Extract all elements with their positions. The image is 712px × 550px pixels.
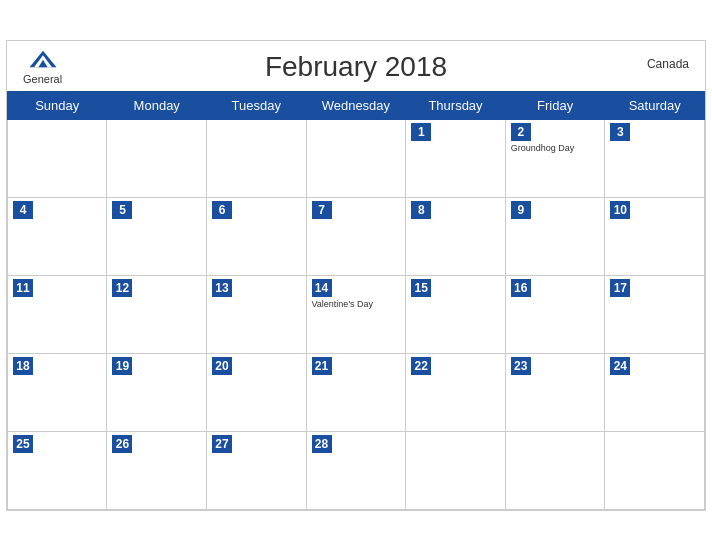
calendar-week-row: 18192021222324 (8, 353, 705, 431)
calendar-week-row: 11121314Valentine's Day151617 (8, 275, 705, 353)
day-number: 5 (112, 201, 132, 219)
calendar-cell (206, 119, 306, 197)
calendar-week-row: 45678910 (8, 197, 705, 275)
holiday-label: Groundhog Day (511, 143, 600, 154)
calendar-cell (605, 431, 705, 509)
logo-blue-text: Blue (28, 89, 56, 104)
calendar-cell: 21 (306, 353, 406, 431)
calendar-cell: 19 (107, 353, 207, 431)
day-number: 22 (411, 357, 431, 375)
calendar-cell: 8 (406, 197, 506, 275)
calendar-week-row: 12Groundhog Day3 (8, 119, 705, 197)
day-number: 24 (610, 357, 630, 375)
calendar-cell: 16 (505, 275, 605, 353)
day-number: 7 (312, 201, 332, 219)
calendar-cell: 11 (8, 275, 107, 353)
day-number: 2 (511, 123, 531, 141)
header-thursday: Thursday (406, 91, 506, 119)
holiday-label: Valentine's Day (312, 299, 401, 310)
day-number: 10 (610, 201, 630, 219)
calendar-cell (505, 431, 605, 509)
day-number: 19 (112, 357, 132, 375)
calendar-cell: 17 (605, 275, 705, 353)
day-number: 17 (610, 279, 630, 297)
day-number: 21 (312, 357, 332, 375)
calendar-cell: 3 (605, 119, 705, 197)
calendar-cell: 9 (505, 197, 605, 275)
calendar-cell: 6 (206, 197, 306, 275)
calendar-cell: 14Valentine's Day (306, 275, 406, 353)
logo-general-text: General (23, 73, 62, 85)
calendar-cell (406, 431, 506, 509)
day-number: 3 (610, 123, 630, 141)
calendar-cell: 18 (8, 353, 107, 431)
day-number: 11 (13, 279, 33, 297)
day-number: 6 (212, 201, 232, 219)
calendar-header: General Blue February 2018 Canada (7, 41, 705, 91)
day-number: 20 (212, 357, 232, 375)
day-number: 14 (312, 279, 332, 297)
calendar-container: General Blue February 2018 Canada Sunday… (6, 40, 706, 511)
day-number: 16 (511, 279, 531, 297)
day-number: 1 (411, 123, 431, 141)
day-number: 27 (212, 435, 232, 453)
logo-area: General Blue (23, 49, 62, 105)
calendar-week-row: 25262728 (8, 431, 705, 509)
day-number: 18 (13, 357, 33, 375)
calendar-cell: 15 (406, 275, 506, 353)
weekday-header-row: Sunday Monday Tuesday Wednesday Thursday… (8, 91, 705, 119)
calendar-cell: 7 (306, 197, 406, 275)
calendar-cell: 2Groundhog Day (505, 119, 605, 197)
calendar-cell: 20 (206, 353, 306, 431)
header-monday: Monday (107, 91, 207, 119)
calendar-cell: 24 (605, 353, 705, 431)
calendar-cell: 5 (107, 197, 207, 275)
header-wednesday: Wednesday (306, 91, 406, 119)
calendar-cell: 25 (8, 431, 107, 509)
day-number: 15 (411, 279, 431, 297)
calendar-cell: 22 (406, 353, 506, 431)
calendar-cell: 12 (107, 275, 207, 353)
calendar-cell: 26 (107, 431, 207, 509)
logo-icon (28, 49, 58, 69)
calendar-grid: Sunday Monday Tuesday Wednesday Thursday… (7, 91, 705, 510)
calendar-title: February 2018 (265, 51, 447, 83)
day-number: 25 (13, 435, 33, 453)
day-number: 23 (511, 357, 531, 375)
day-number: 9 (511, 201, 531, 219)
day-number: 13 (212, 279, 232, 297)
header-saturday: Saturday (605, 91, 705, 119)
day-number: 8 (411, 201, 431, 219)
day-number: 26 (112, 435, 132, 453)
calendar-cell: 23 (505, 353, 605, 431)
header-tuesday: Tuesday (206, 91, 306, 119)
calendar-cell: 13 (206, 275, 306, 353)
day-number: 4 (13, 201, 33, 219)
calendar-cell: 27 (206, 431, 306, 509)
calendar-cell (107, 119, 207, 197)
calendar-cell: 28 (306, 431, 406, 509)
calendar-cell (306, 119, 406, 197)
country-label: Canada (647, 57, 689, 71)
calendar-cell: 4 (8, 197, 107, 275)
header-friday: Friday (505, 91, 605, 119)
day-number: 28 (312, 435, 332, 453)
calendar-cell (8, 119, 107, 197)
day-number: 12 (112, 279, 132, 297)
calendar-cell: 10 (605, 197, 705, 275)
calendar-cell: 1 (406, 119, 506, 197)
